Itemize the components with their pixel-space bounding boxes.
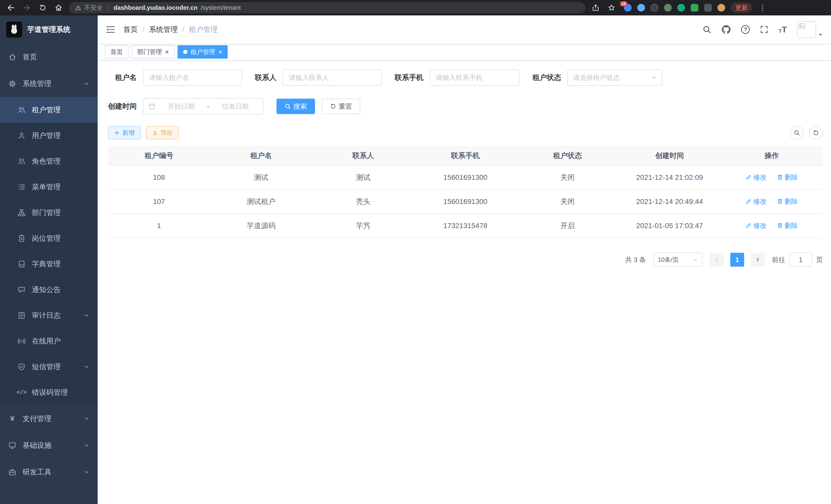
page-size-select[interactable]: 10条/页 [653,253,703,267]
extension-icon[interactable] [637,4,645,11]
close-icon[interactable]: × [218,49,222,55]
profile-avatar-icon[interactable] [717,4,725,11]
sidebar-item-dept[interactable]: 部门管理 [0,200,98,226]
sidebar-item-post[interactable]: 岗位管理 [0,226,98,251]
mobile-input[interactable] [430,69,520,86]
github-icon[interactable] [721,25,731,34]
sidebar-item-online-user[interactable]: 在线用户 [0,328,98,354]
sidebar-item-tenant[interactable]: 租户管理 [0,97,98,123]
search-button[interactable]: 搜索 [277,99,315,114]
url-path: /system/tenant [201,4,241,11]
home-icon[interactable] [53,2,64,13]
edit-link[interactable]: 修改 [745,197,767,206]
column-header: 租户名 [210,146,312,166]
edit-link[interactable]: 修改 [745,173,767,182]
edit-link[interactable]: 修改 [745,221,767,230]
tab-tenant[interactable]: 租户管理 × [177,45,228,59]
navbar-actions: ? TT [703,21,823,38]
trash-icon [777,198,783,205]
sidebar-toggle-icon[interactable] [106,25,115,34]
back-icon[interactable] [5,2,17,13]
sidebar-item-devtools[interactable]: 研发工具 [0,459,98,485]
address-bar[interactable]: 不安全 dashboard.yudao.iocoder.cn /system/t… [69,2,585,13]
cell-mobile: 15601691300 [414,166,516,189]
browser-update-button[interactable]: 更新 [731,3,752,13]
field-label: 租户状态 [533,73,561,83]
user-avatar[interactable] [797,21,823,38]
column-header: 联系手机 [414,146,516,166]
sidebar: 芋道管理系统 首页 系统管理 租户管理 用户管 [0,16,98,504]
reset-button[interactable]: 重置 [322,99,360,114]
add-button[interactable]: 新增 [108,126,141,140]
export-button[interactable]: 导出 [146,126,179,140]
column-header: 联系人 [312,146,414,166]
sidebar-item-notice[interactable]: 通知公告 [0,277,98,303]
calendar-icon [148,103,155,110]
delete-link[interactable]: 删除 [777,221,798,230]
sidebar-item-audit-log[interactable]: 审计日志 [0,303,98,328]
extension-icon[interactable] [691,4,698,11]
trash-icon [777,174,783,180]
refresh-icon[interactable] [37,2,48,13]
tab-home[interactable]: 首页 [105,45,128,59]
contact-input[interactable] [283,69,382,86]
app-logo[interactable]: 芋道管理系统 [0,16,98,44]
chevron-right-icon [755,257,760,262]
cell-contact: 秃头 [312,189,414,214]
gear-icon [8,80,17,88]
browser-menu-icon[interactable]: ⋮ [758,4,767,12]
next-page-button[interactable] [751,253,765,267]
cell-tenant-id: 107 [108,189,210,214]
sidebar-item-user[interactable]: 用户管理 [0,123,98,148]
breadcrumb-home[interactable]: 首页 [123,25,138,34]
security-label: 不安全 [84,4,103,12]
url-host: dashboard.yudao.iocoder.cn [114,4,198,11]
fullscreen-icon[interactable] [760,25,768,34]
chevron-down-icon [693,257,698,262]
delete-link[interactable]: 删除 [777,173,798,182]
sidebar-item-dict[interactable]: 字典管理 [0,251,98,277]
sidebar-item-pay[interactable]: ¥ 支付管理 [0,405,98,432]
extension-icon[interactable] [704,4,712,11]
table-row: 107 测试租户 秃头 15601691300 关闭 2021-12-14 20… [108,189,823,214]
extension-icon[interactable]: 10 [624,4,632,11]
sidebar-item-infra[interactable]: 基础设施 [0,432,98,459]
page-number-button[interactable]: 1 [730,253,744,267]
extension-icon[interactable] [651,4,658,11]
caret-down-icon [818,32,823,37]
cell-tenant-id: 108 [108,166,210,189]
tenant-name-input[interactable] [143,69,242,86]
navbar: 首页 / 系统管理 / 租户管理 ? [98,16,831,44]
forward-icon[interactable] [21,2,32,13]
tab-dept[interactable]: 部门管理 × [132,45,174,59]
pencil-icon [745,174,752,180]
breadcrumb-section[interactable]: 系统管理 [149,25,178,34]
sidebar-item-role[interactable]: 角色管理 [0,148,98,174]
bookmark-star-icon[interactable] [606,2,617,13]
sidebar-item-menu[interactable]: 菜单管理 [0,174,98,200]
active-tab-dot [183,50,187,54]
date-range-picker[interactable]: 开始日期 - 结束日期 [143,98,264,115]
cell-mobile: 17321315478 [414,214,516,238]
font-size-icon[interactable]: TT [779,25,787,34]
toggle-search-button[interactable] [790,126,804,140]
search-icon[interactable] [703,25,711,34]
goto-page-input[interactable] [790,253,812,267]
prev-page-button[interactable] [710,253,724,267]
sidebar-item-sms[interactable]: 短信管理 [0,354,98,380]
tenant-table: 租户编号 租户名 联系人 联系手机 租户状态 创建时间 操作 108 测试 [108,146,823,238]
extension-icon[interactable] [664,4,672,11]
share-icon[interactable] [590,2,601,13]
pagination: 共 3 条 10条/页 1 [108,253,823,267]
refresh-table-button[interactable] [809,126,823,140]
status-select[interactable]: 请选择租户状态 [567,69,662,86]
sidebar-item-system[interactable]: 系统管理 [0,70,98,97]
close-icon[interactable]: × [165,49,169,55]
help-icon[interactable]: ? [741,25,750,34]
extension-icon[interactable] [677,4,685,11]
sidebar-item-error-code[interactable]: </> 错误码管理 [0,380,98,405]
delete-link[interactable]: 删除 [777,197,798,206]
warning-icon [75,5,81,11]
sidebar-item-home[interactable]: 首页 [0,44,98,70]
total-count: 共 3 条 [625,255,646,264]
